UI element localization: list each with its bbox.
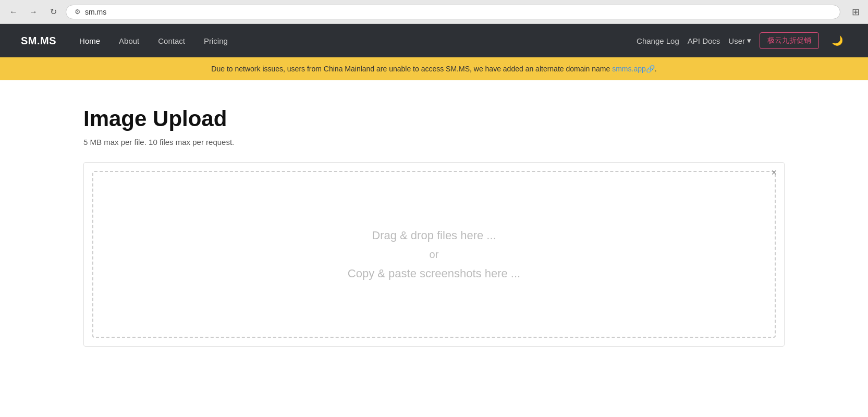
close-button[interactable]: × <box>771 168 777 177</box>
navbar-right: Change Log API Docs User ▾ 极云九折促销 🌙 <box>637 32 847 49</box>
api-docs-link[interactable]: API Docs <box>688 36 720 45</box>
connection-icon: ⚙ <box>75 8 81 16</box>
brand-logo[interactable]: SM.MS <box>21 35 56 47</box>
dropdown-arrow-icon: ▾ <box>747 36 751 45</box>
banner-text-after: . <box>655 65 657 73</box>
reload-button[interactable]: ↻ <box>46 5 60 19</box>
banner-text-before: Due to network issues, users from China … <box>211 65 612 73</box>
url-text: sm.ms <box>85 8 106 16</box>
upload-dropzone[interactable]: Drag & drop files here ... or Copy & pas… <box>92 171 776 338</box>
user-dropdown[interactable]: User ▾ <box>728 36 751 45</box>
address-bar[interactable]: ⚙ sm.ms <box>66 5 840 19</box>
changelog-link[interactable]: Change Log <box>637 36 679 45</box>
paste-text: Copy & paste screenshots here ... <box>348 267 520 280</box>
navbar: SM.MS Home About Contact Pricing Change … <box>0 24 868 57</box>
announcement-banner: Due to network issues, users from China … <box>0 57 868 80</box>
nav-home[interactable]: Home <box>72 32 107 50</box>
nav-contact[interactable]: Contact <box>151 32 192 50</box>
or-text: or <box>430 249 439 261</box>
forward-button[interactable]: → <box>26 5 41 19</box>
user-label: User <box>728 36 745 45</box>
page-subtitle: 5 MB max per file. 10 files max per requ… <box>83 138 785 146</box>
browser-chrome: ← → ↻ ⚙ sm.ms ⊞ <box>0 0 868 24</box>
main-content: Image Upload 5 MB max per file. 10 files… <box>0 80 868 367</box>
drag-drop-text: Drag & drop files here ... <box>372 229 496 242</box>
promo-button[interactable]: 极云九折促销 <box>760 32 819 49</box>
alternate-domain-link[interactable]: smms.app <box>612 65 646 73</box>
translate-button[interactable]: ⊞ <box>850 4 862 20</box>
dark-mode-button[interactable]: 🌙 <box>827 33 847 48</box>
clip-icon: 🔗 <box>646 65 655 73</box>
nav-pricing[interactable]: Pricing <box>197 32 235 50</box>
upload-container: × Drag & drop files here ... or Copy & p… <box>83 162 785 347</box>
page-title: Image Upload <box>83 106 785 131</box>
nav-about[interactable]: About <box>112 32 146 50</box>
nav-links: Home About Contact Pricing <box>72 32 637 50</box>
back-button[interactable]: ← <box>6 5 21 19</box>
